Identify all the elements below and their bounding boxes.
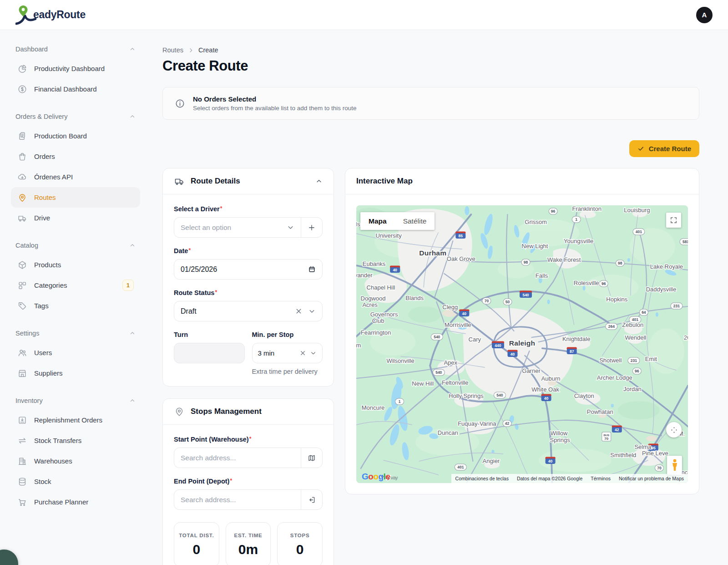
interactive-map-header: Interactive Map bbox=[345, 168, 699, 194]
pick-on-map-button[interactable] bbox=[301, 448, 322, 468]
sidebar-item-replenishment-orders[interactable]: Replenishment Orders bbox=[11, 410, 140, 430]
sidebar-item-purchase-planner[interactable]: Purchase Planner bbox=[11, 492, 140, 512]
us-route-shield: 50 bbox=[503, 299, 512, 305]
map-label: Auburn bbox=[541, 375, 561, 382]
attrib-terms[interactable]: Términos bbox=[591, 476, 611, 481]
svg-text:64: 64 bbox=[642, 310, 646, 315]
calendar-icon[interactable] bbox=[308, 265, 316, 273]
sidebar-item-financial-dashboard[interactable]: Financial Dashboard bbox=[11, 79, 140, 99]
svg-text:40: 40 bbox=[462, 311, 467, 316]
map-label: Wake Forest bbox=[547, 256, 581, 263]
sidebar-section-dashboard[interactable]: Dashboard bbox=[11, 43, 140, 58]
us-route-shield: 581 bbox=[680, 239, 688, 245]
clear-icon[interactable] bbox=[295, 307, 303, 315]
status-select[interactable]: Draft bbox=[174, 301, 323, 321]
map-label: Zebulon bbox=[622, 321, 643, 328]
us-route-shield: 401 bbox=[633, 229, 645, 235]
svg-text:70: 70 bbox=[604, 437, 608, 441]
exit-icon bbox=[308, 496, 316, 504]
sidebar-item-orders[interactable]: Orders bbox=[11, 146, 140, 167]
end-point-label: End Point (Depot)* bbox=[174, 478, 323, 485]
sidebar-item-label: Purchase Planner bbox=[34, 498, 88, 506]
sidebar-item-stock-transfers[interactable]: Stock Transfers bbox=[11, 430, 140, 451]
interstate-shield: 85 bbox=[455, 232, 465, 239]
sidebar-item-label: Suppliers bbox=[34, 369, 63, 377]
map-label: Governors bbox=[370, 311, 398, 318]
min-per-stop-select[interactable]: 3 min bbox=[252, 343, 323, 363]
map-label: Fuquay-Varina bbox=[458, 420, 496, 427]
fullscreen-button[interactable] bbox=[666, 213, 681, 228]
use-start-as-end-button[interactable] bbox=[301, 490, 322, 509]
sidebar-item-label: Routes bbox=[34, 193, 56, 201]
sidebar-item-warehouses[interactable]: Warehouses bbox=[11, 451, 140, 471]
sidebar-section-inventory[interactable]: Inventory bbox=[11, 394, 140, 410]
attrib-keyboard[interactable]: Combinaciones de teclas bbox=[455, 476, 509, 481]
start-point-input[interactable]: Search address... bbox=[174, 448, 323, 468]
min-per-stop-value: 3 min bbox=[258, 349, 275, 357]
date-value: 01/25/2026 bbox=[181, 265, 217, 274]
min-per-stop-hint: Extra time per delivery bbox=[252, 368, 323, 375]
stat-stops: STOPS 0 bbox=[277, 522, 323, 565]
sidebar-item-categories[interactable]: Categories1 bbox=[11, 275, 140, 295]
inbox-down-icon bbox=[17, 415, 27, 425]
sidebar-section-catalog[interactable]: Catalog bbox=[11, 239, 140, 255]
add-driver-button[interactable] bbox=[301, 218, 322, 237]
sidebar-section-settings[interactable]: Settings bbox=[11, 327, 140, 342]
count-badge: 1 bbox=[122, 280, 134, 291]
driver-select[interactable]: Select an option bbox=[174, 217, 323, 238]
chevron-up-icon[interactable] bbox=[315, 178, 323, 185]
us-route-shield: 540 bbox=[494, 392, 506, 398]
sidebar-item-label: Productivity Dashboard bbox=[34, 65, 105, 72]
sidebar-item-stock[interactable]: Stock bbox=[11, 471, 140, 492]
map-label: Holly Springs bbox=[449, 392, 484, 399]
map-label: Wendell bbox=[625, 334, 646, 341]
attrib-report[interactable]: Notificar un problema de Maps bbox=[619, 476, 684, 481]
info-icon bbox=[175, 98, 185, 109]
sidebar-item-suppliers[interactable]: Suppliers bbox=[11, 363, 140, 383]
us-route-shield: 96 bbox=[632, 368, 641, 374]
sidebar: DashboardProductivity DashboardFinancial… bbox=[0, 30, 150, 523]
chevron-down-icon[interactable] bbox=[308, 307, 316, 315]
sidebar-item-tags[interactable]: Tags bbox=[11, 295, 140, 316]
map-type-satellite-button[interactable]: Satélite bbox=[395, 212, 435, 230]
end-point-input[interactable]: Search address... bbox=[174, 489, 323, 510]
user-avatar[interactable]: A bbox=[696, 7, 713, 23]
sidebar-item-drive[interactable]: Drive bbox=[11, 208, 140, 228]
interstate-shield: 40 bbox=[459, 310, 469, 317]
plus-icon bbox=[308, 224, 316, 232]
start-point-label: Start Point (Warehouse)* bbox=[174, 436, 323, 443]
section-label: Settings bbox=[15, 330, 39, 337]
sidebar-item-routes[interactable]: Routes bbox=[11, 187, 140, 208]
chevron-down-icon[interactable] bbox=[310, 350, 317, 356]
clear-icon[interactable] bbox=[299, 350, 306, 356]
create-route-button[interactable]: Create Route bbox=[629, 140, 699, 157]
google-logo[interactable]: Googlevay bbox=[362, 472, 398, 482]
map-label: Dogwood bbox=[361, 295, 386, 302]
map-canvas[interactable]: 9614018558198984096540705023164404012645… bbox=[356, 205, 688, 483]
breadcrumb-routes[interactable]: Routes bbox=[162, 46, 183, 54]
map-label: Eubanks bbox=[363, 260, 386, 267]
sidebar-section-orders-delivery[interactable]: Orders & Delivery bbox=[11, 110, 140, 126]
sidebar-item-productivity-dashboard[interactable]: Productivity Dashboard bbox=[11, 58, 140, 79]
sidebar-item-label: Users bbox=[34, 349, 52, 356]
route-details-header[interactable]: Route Details bbox=[163, 168, 334, 194]
svg-text:70: 70 bbox=[657, 466, 662, 470]
svg-text:264: 264 bbox=[608, 324, 615, 329]
sidebar-item-products[interactable]: Products bbox=[11, 255, 140, 275]
map-label: University bbox=[376, 232, 402, 239]
sidebar-item-production-board[interactable]: Production Board bbox=[11, 126, 140, 146]
sidebar-item-ordenes-api[interactable]: Órdenes API bbox=[11, 167, 140, 187]
no-orders-alert: No Orders Selected Select orders from th… bbox=[162, 87, 699, 120]
pan-control-button[interactable] bbox=[666, 422, 682, 438]
pan-arrows-icon bbox=[670, 426, 678, 434]
date-input[interactable]: 01/25/2026 bbox=[174, 259, 323, 280]
map-label: Acres bbox=[362, 301, 378, 308]
app-logo[interactable]: eadyRoute bbox=[15, 5, 86, 25]
svg-text:85: 85 bbox=[459, 234, 463, 238]
turn-input[interactable] bbox=[174, 343, 245, 363]
pegman-button[interactable] bbox=[667, 456, 682, 475]
map-type-map-button[interactable]: Mapa bbox=[360, 212, 395, 230]
map-label: Garner bbox=[522, 367, 541, 374]
chevron-down-icon[interactable] bbox=[287, 224, 294, 231]
sidebar-item-users[interactable]: Users bbox=[11, 342, 140, 363]
